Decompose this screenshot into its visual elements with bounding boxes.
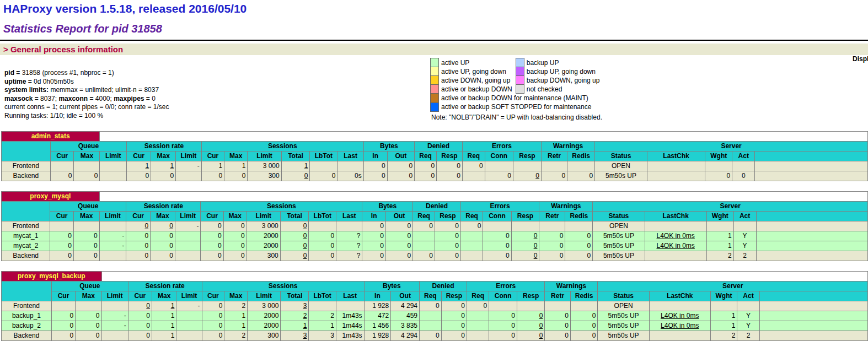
row-name-link[interactable]: Backend <box>13 252 39 259</box>
legend-row: active UPbackup UP <box>431 58 603 67</box>
stat-value-tooltip: L4OK in 0ms <box>656 242 694 250</box>
column-header: Out <box>387 151 414 161</box>
column-header: Out <box>385 211 412 221</box>
stat-cell <box>733 221 756 231</box>
column-header-row: CurMaxLimitCurMaxLimitCurMaxLimitTotalLb… <box>2 211 868 221</box>
row-name-link[interactable]: backup_1 <box>12 312 41 320</box>
column-header: Max <box>74 151 100 161</box>
proxy-name-link[interactable]: proxy_mysql_backup <box>18 272 85 280</box>
proxy-name-link[interactable]: admin_stats <box>31 132 70 140</box>
stat-cell <box>545 301 570 311</box>
stat-cell <box>567 161 595 171</box>
stat-cell <box>460 241 483 251</box>
stat-cell: 0 <box>126 221 151 231</box>
haproxy-version-link[interactable]: HAProxy version 1.5.18, released 2016/05… <box>3 2 247 15</box>
stat-value-tooltip: 0 <box>534 242 538 250</box>
row-name-link[interactable]: mycat_2 <box>13 242 38 250</box>
proxy-name: admin_stats <box>2 131 100 141</box>
column-group-bytes: Bytes <box>363 141 414 151</box>
stat-cell: 0 <box>387 161 414 171</box>
stat-cell-cutoff <box>759 321 867 331</box>
stat-cell: 0 <box>128 321 152 331</box>
row-name: Backend <box>2 171 51 181</box>
column-header: Max <box>152 291 176 301</box>
column-header: Max <box>76 291 101 301</box>
stat-cell: 2 <box>733 251 756 261</box>
stat-cell-cutoff <box>756 251 868 261</box>
column-header: LbTot <box>310 151 337 161</box>
stat-value-tooltip: L4OK in 0ms <box>661 312 699 320</box>
stat-cell: 0 <box>489 321 517 331</box>
stat-cell: 0 <box>413 221 435 231</box>
process-info-value: 8037; <box>40 95 58 102</box>
stat-cell <box>737 301 759 311</box>
column-group-denied: Denied <box>420 281 467 291</box>
stat-value-tooltip: 0 <box>539 322 543 329</box>
legend-row: active or backup DOWNnot checked <box>431 85 603 94</box>
group-header-row: QueueSession rateSessionsBytesDeniedErro… <box>2 201 868 211</box>
stat-cell <box>310 161 337 171</box>
stat-cell: 0 <box>441 311 467 321</box>
legend-table: active UPbackup UPactive UP, going downb… <box>430 58 603 112</box>
stat-cell: 0 <box>280 251 309 261</box>
column-header: Resp <box>511 211 539 221</box>
column-header: Last <box>336 211 362 221</box>
column-header: Redis <box>565 211 593 221</box>
stat-cell: 0 <box>413 251 435 261</box>
stat-cell <box>176 311 202 321</box>
column-header: Limit <box>176 151 202 161</box>
stat-cell: Y <box>733 231 756 241</box>
stat-cell: ? <box>336 231 362 241</box>
stat-cell: 5m50s UP <box>598 331 649 340</box>
stat-cell <box>517 301 545 311</box>
stat-value-tooltip: 1 <box>170 162 174 170</box>
table-row-backend: Backend00000030000?000000005m50s UP22 <box>2 251 868 261</box>
column-group-warnings: Warnings <box>545 281 598 291</box>
status-legend: active UPbackup UPactive UP, going downb… <box>430 58 603 121</box>
stat-cell <box>420 321 442 331</box>
stat-cell: 1m44s <box>336 321 364 331</box>
stat-cell: 0 <box>223 241 247 251</box>
row-name-link[interactable]: mycat_1 <box>13 232 38 240</box>
stat-cell <box>176 171 202 181</box>
legend-note: Note: "NOLB"/"DRAIN" = UP with load-bala… <box>430 113 603 121</box>
column-group-denied: Denied <box>413 201 461 211</box>
stat-value-tooltip: 0 <box>535 172 539 180</box>
stat-cell: 0 <box>485 171 513 181</box>
row-name-link[interactable]: Frontend <box>13 162 39 170</box>
stat-cell-cutoff <box>759 301 867 311</box>
stat-cell: 0 <box>545 331 570 340</box>
proxy-name-link[interactable]: proxy_mysql <box>30 192 71 200</box>
process-info-line: maxsock = 8037; maxconn = 4000; maxpipes… <box>4 95 430 104</box>
stat-cell <box>565 221 593 231</box>
proxy-name: proxy_mysql_backup <box>2 271 102 281</box>
stat-value-tooltip: 2 <box>303 312 307 320</box>
stat-value-tooltip: 0 <box>146 302 150 310</box>
stat-cell: OPEN <box>595 161 647 171</box>
column-group-warnings: Warnings <box>541 141 594 151</box>
stat-cell: L4OK in 0ms <box>645 241 706 251</box>
stat-cell: 0 <box>363 171 387 181</box>
row-name-link[interactable]: Backend <box>13 172 39 180</box>
legend-color-swatch <box>431 58 439 67</box>
row-name: Frontend <box>2 161 51 171</box>
stat-cell: 0 <box>565 251 593 261</box>
column-header: Cur <box>202 291 224 301</box>
proxy-table-admin_stats: admin_statsQueueSession rateSessionsByte… <box>1 131 868 181</box>
column-header: Last <box>336 291 364 301</box>
stat-cell: 1 <box>281 161 310 171</box>
stat-cell <box>460 251 483 261</box>
stat-cell: 0 <box>483 251 511 261</box>
row-name-link[interactable]: backup_2 <box>12 322 41 329</box>
legend-row: active or backup SOFT STOPPED for mainte… <box>431 102 603 111</box>
row-name-link[interactable]: Frontend <box>13 302 40 310</box>
stat-value-tooltip: 1 <box>145 162 149 170</box>
row-name-link[interactable]: Backend <box>14 332 40 339</box>
stat-cell: 0 <box>437 161 463 171</box>
stat-cell: 0 <box>570 331 598 340</box>
column-header: Req <box>420 291 442 301</box>
row-name-link[interactable]: Frontend <box>13 222 39 230</box>
column-header: LastChk <box>645 211 706 221</box>
stat-cell: 0 <box>128 331 152 340</box>
stat-cell: 5m50s UP <box>593 251 645 261</box>
